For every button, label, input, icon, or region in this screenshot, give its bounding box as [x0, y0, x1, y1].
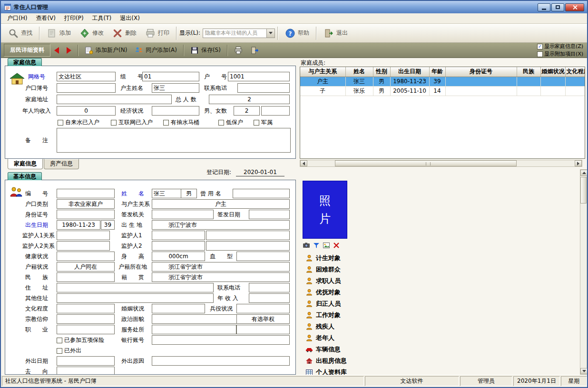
- issue-org-input[interactable]: [152, 210, 214, 219]
- relation-input[interactable]: [152, 199, 290, 209]
- category-vehicle-info[interactable]: 车辆信息: [305, 345, 341, 354]
- annual-income-input[interactable]: [249, 293, 290, 303]
- native-place-input[interactable]: [152, 272, 290, 282]
- away-checkbox[interactable]: 已外出: [57, 347, 81, 355]
- show-extra-items-checkbox[interactable]: 显示附加项目(X): [537, 50, 583, 58]
- health-input[interactable]: [57, 252, 115, 261]
- print-button[interactable]: 打印: [141, 26, 174, 40]
- column-header[interactable]: 与户主关系: [300, 67, 345, 77]
- category-needy-people[interactable]: 困难群众: [305, 265, 341, 274]
- guardian2-extra-input[interactable]: [206, 241, 290, 251]
- tab-basic-info-header[interactable]: 基本信息: [8, 172, 42, 180]
- name-input[interactable]: [152, 189, 181, 198]
- category-disabled[interactable]: 残疾人: [305, 322, 334, 331]
- save-button[interactable]: 保存(S): [186, 44, 225, 57]
- scroll-right-button[interactable]: [575, 160, 582, 166]
- menu-print[interactable]: 打印(P): [60, 13, 88, 23]
- guardian2-input[interactable]: [152, 241, 205, 251]
- vertical-scrollbar[interactable]: [580, 169, 587, 375]
- destination-input[interactable]: [57, 367, 115, 375]
- prev-record-button[interactable]: [50, 45, 63, 56]
- sex-input[interactable]: [181, 189, 197, 198]
- issue-date-input[interactable]: [249, 210, 290, 219]
- remark-textarea[interactable]: [57, 128, 291, 153]
- hukou-status-input[interactable]: [57, 262, 115, 272]
- tab-family-info-header[interactable]: 家庭信息: [8, 58, 42, 66]
- category-work-targets[interactable]: 工作对象: [305, 311, 341, 320]
- column-header[interactable]: 民族: [517, 67, 540, 77]
- minimize-button[interactable]: [538, 3, 550, 11]
- next-record-button[interactable]: [63, 45, 75, 56]
- family-address-input[interactable]: [57, 95, 172, 104]
- member-row-selected[interactable]: 户主 张三 男 1980-11-23 39: [300, 77, 585, 86]
- military-service-input[interactable]: [236, 304, 290, 313]
- print-record-button[interactable]: [230, 44, 246, 57]
- category-rehabilitated[interactable]: 归正人员: [305, 300, 341, 308]
- address-input[interactable]: [57, 283, 214, 292]
- bank-account-input[interactable]: [152, 335, 290, 345]
- menu-view[interactable]: 查看(V): [31, 13, 60, 23]
- delete-button[interactable]: 删除: [108, 26, 141, 40]
- politics-input[interactable]: [152, 314, 237, 324]
- show-family-info-checkbox[interactable]: ✓ 显示家庭信息(Z): [537, 43, 583, 50]
- delete-photo-icon[interactable]: [333, 242, 340, 249]
- scanner-icon[interactable]: [313, 242, 320, 249]
- column-header[interactable]: 年龄: [429, 67, 445, 77]
- category-personal-archive[interactable]: 个人资料库: [305, 368, 347, 375]
- scrollbar-thumb[interactable]: [580, 177, 587, 204]
- id-number-input[interactable]: [57, 210, 115, 219]
- ethnicity-input[interactable]: [57, 272, 115, 282]
- close-button[interactable]: [565, 3, 584, 11]
- voting-right-box[interactable]: 有选举权: [236, 314, 290, 324]
- camera-icon[interactable]: [303, 242, 310, 249]
- occupation-input[interactable]: [57, 325, 115, 334]
- member-row[interactable]: 子 张乐 男 2005-11-10 14: [300, 86, 585, 96]
- income-input[interactable]: [57, 106, 116, 116]
- away-date-input[interactable]: [57, 356, 115, 366]
- guardian1-extra-input[interactable]: [206, 231, 290, 240]
- photo-placeholder[interactable]: 照 片: [303, 181, 347, 239]
- column-header[interactable]: 婚姻状况: [540, 67, 565, 77]
- column-header[interactable]: 身份证号: [445, 67, 517, 77]
- add-same-household-button[interactable]: 同户添加(A): [131, 44, 181, 57]
- add-new-household-button[interactable]: 添加新户(N): [81, 44, 131, 57]
- category-rental-housing[interactable]: 出租房信息: [305, 357, 347, 365]
- former-name-input[interactable]: [233, 189, 290, 198]
- birthplace-input[interactable]: [152, 220, 290, 230]
- column-header[interactable]: 姓名: [345, 67, 373, 77]
- flush-toilet-checkbox[interactable]: 有抽水马桶: [163, 118, 199, 126]
- scroll-left-button[interactable]: [300, 160, 307, 166]
- column-header[interactable]: 出生日期: [390, 67, 429, 77]
- height-input[interactable]: [152, 252, 205, 261]
- scrollbar-thumb[interactable]: [335, 160, 517, 166]
- scroll-up-button[interactable]: [580, 170, 587, 176]
- column-header[interactable]: 性别: [373, 67, 390, 77]
- low-income-checkbox[interactable]: 低保户: [218, 118, 243, 126]
- other-address-input[interactable]: [57, 293, 214, 303]
- exit-button[interactable]: 退出: [319, 26, 352, 40]
- male-count-input[interactable]: [234, 106, 260, 116]
- number-input[interactable]: [57, 189, 115, 198]
- menu-tools[interactable]: 工具(T): [88, 13, 116, 23]
- tab-family-info[interactable]: 家庭信息: [8, 159, 43, 169]
- picture-icon[interactable]: [323, 242, 330, 249]
- family-phone-input[interactable]: [237, 83, 290, 93]
- guardian2-relation-input[interactable]: [57, 241, 110, 251]
- female-count-input[interactable]: [261, 106, 290, 116]
- hukou-place-input[interactable]: [152, 262, 290, 272]
- category-veterans-care[interactable]: 优抚对象: [305, 288, 341, 297]
- religion-input[interactable]: [57, 314, 115, 324]
- grid-number-input[interactable]: [57, 72, 116, 81]
- tab-property-info[interactable]: 房产信息: [44, 159, 79, 169]
- find-button[interactable]: 查找: [4, 26, 37, 40]
- guardian1-input[interactable]: [152, 231, 205, 240]
- workplace-input[interactable]: [152, 325, 236, 334]
- age-input[interactable]: [101, 220, 115, 230]
- economy-input[interactable]: [152, 106, 199, 116]
- maximize-button[interactable]: [551, 3, 564, 11]
- military-family-checkbox[interactable]: 军属: [254, 118, 273, 126]
- head-name-input[interactable]: [152, 83, 199, 93]
- help-button[interactable]: ? 帮助: [281, 26, 314, 40]
- education-input[interactable]: [57, 304, 115, 313]
- close-detail-button[interactable]: [246, 44, 263, 57]
